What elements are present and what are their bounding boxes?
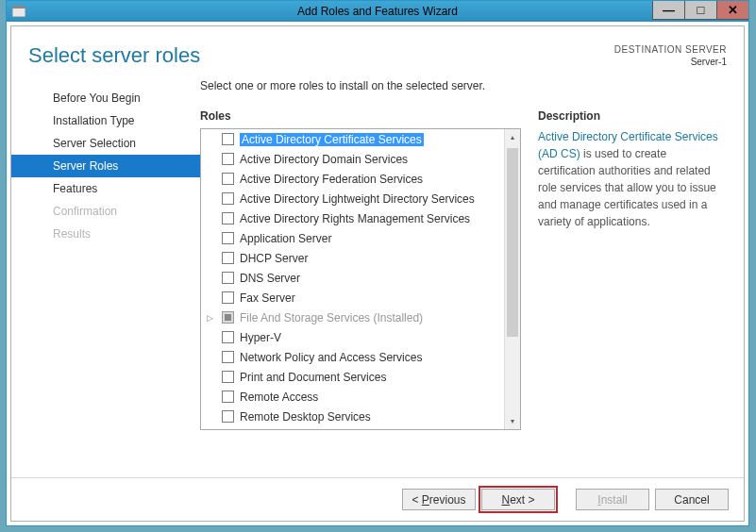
- checkbox-icon[interactable]: [222, 232, 234, 244]
- scroll-up-icon[interactable]: ▴: [505, 129, 520, 145]
- checkbox-icon[interactable]: [222, 410, 234, 423]
- checkbox-icon[interactable]: [222, 291, 234, 304]
- close-button[interactable]: ✕: [716, 1, 748, 20]
- checkbox-icon[interactable]: [222, 212, 234, 224]
- role-item[interactable]: Remote Access: [201, 387, 504, 407]
- next-button[interactable]: Next >: [481, 489, 555, 510]
- role-item[interactable]: DNS Server: [201, 268, 504, 288]
- roles-column: Select one or more roles to install on t…: [200, 79, 521, 438]
- checkbox-icon[interactable]: [222, 311, 234, 324]
- role-item[interactable]: DHCP Server: [201, 248, 504, 268]
- role-item[interactable]: Fax Server: [201, 288, 504, 308]
- checkbox-icon[interactable]: [222, 351, 234, 363]
- scrollbar[interactable]: ▴ ▾: [504, 129, 520, 429]
- checkbox-icon[interactable]: [222, 173, 234, 185]
- wizard-body: Select server roles DESTINATION SERVER S…: [10, 25, 745, 522]
- nav-confirmation: Confirmation: [11, 200, 200, 223]
- role-item[interactable]: ▷File And Storage Services (Installed): [201, 308, 504, 327]
- chevron-right-icon[interactable]: ▷: [207, 313, 213, 323]
- maximize-button[interactable]: □: [684, 1, 716, 20]
- role-item[interactable]: Network Policy and Access Services: [201, 347, 504, 367]
- install-button: Install: [576, 489, 649, 510]
- description-column: Description Active Directory Certificate…: [538, 79, 727, 438]
- checkbox-icon[interactable]: [222, 192, 234, 205]
- page-title: Select server roles: [28, 43, 200, 68]
- checkbox-icon[interactable]: [222, 391, 234, 403]
- nav-server-roles[interactable]: Server Roles: [11, 155, 200, 177]
- checkbox-icon[interactable]: [222, 153, 234, 165]
- footer: < Previous Next > Install Cancel: [11, 477, 744, 521]
- nav-sidebar: Before You Begin Installation Type Serve…: [11, 79, 200, 438]
- role-item[interactable]: Hyper-V: [201, 327, 504, 347]
- previous-button[interactable]: < Previous: [402, 489, 476, 510]
- nav-installation-type[interactable]: Installation Type: [11, 109, 200, 132]
- checkbox-icon[interactable]: [222, 133, 234, 145]
- minimize-button[interactable]: —: [652, 1, 684, 20]
- role-item[interactable]: Active Directory Domain Services: [201, 149, 504, 169]
- role-item[interactable]: Active Directory Lightweight Directory S…: [201, 189, 504, 208]
- destination-server-block: DESTINATION SERVER Server-1: [614, 43, 727, 68]
- nav-before-you-begin[interactable]: Before You Begin: [11, 87, 200, 109]
- checkbox-icon[interactable]: [222, 272, 234, 284]
- cancel-button[interactable]: Cancel: [655, 489, 729, 510]
- role-item[interactable]: Active Directory Federation Services: [201, 169, 504, 189]
- wizard-window: Add Roles and Features Wizard — □ ✕ Sele…: [6, 0, 749, 526]
- checkbox-icon[interactable]: [222, 252, 234, 264]
- roles-listbox: Active Directory Certificate Services Ac…: [200, 128, 521, 430]
- header: Select server roles DESTINATION SERVER S…: [11, 26, 744, 68]
- window-controls: — □ ✕: [652, 1, 748, 20]
- role-item[interactable]: Active Directory Certificate Services: [201, 129, 504, 149]
- description-text: Active Directory Certificate Services (A…: [538, 128, 727, 230]
- roles-label: Roles: [200, 109, 521, 123]
- nav-server-selection[interactable]: Server Selection: [11, 132, 200, 155]
- roles-scroll-area[interactable]: Active Directory Certificate Services Ac…: [201, 129, 504, 429]
- nav-results: Results: [11, 223, 200, 245]
- role-item[interactable]: Application Server: [201, 228, 504, 248]
- checkbox-icon[interactable]: [222, 371, 234, 383]
- destination-label: DESTINATION SERVER: [614, 43, 727, 56]
- scroll-thumb[interactable]: [507, 148, 518, 337]
- destination-name: Server-1: [614, 56, 727, 68]
- checkbox-icon[interactable]: [222, 331, 234, 343]
- window-title: Add Roles and Features Wizard: [7, 5, 748, 18]
- role-item[interactable]: Active Directory Rights Management Servi…: [201, 208, 504, 228]
- main-panel: Select one or more roles to install on t…: [200, 79, 727, 438]
- role-item[interactable]: Remote Desktop Services: [201, 407, 504, 426]
- role-item[interactable]: Print and Document Services: [201, 367, 504, 387]
- instruction-text: Select one or more roles to install on t…: [200, 79, 521, 92]
- description-label: Description: [538, 109, 727, 123]
- title-bar: Add Roles and Features Wizard — □ ✕: [7, 1, 748, 22]
- content-area: Before You Begin Installation Type Serve…: [11, 68, 744, 438]
- nav-features[interactable]: Features: [11, 177, 200, 200]
- scroll-down-icon[interactable]: ▾: [505, 413, 520, 429]
